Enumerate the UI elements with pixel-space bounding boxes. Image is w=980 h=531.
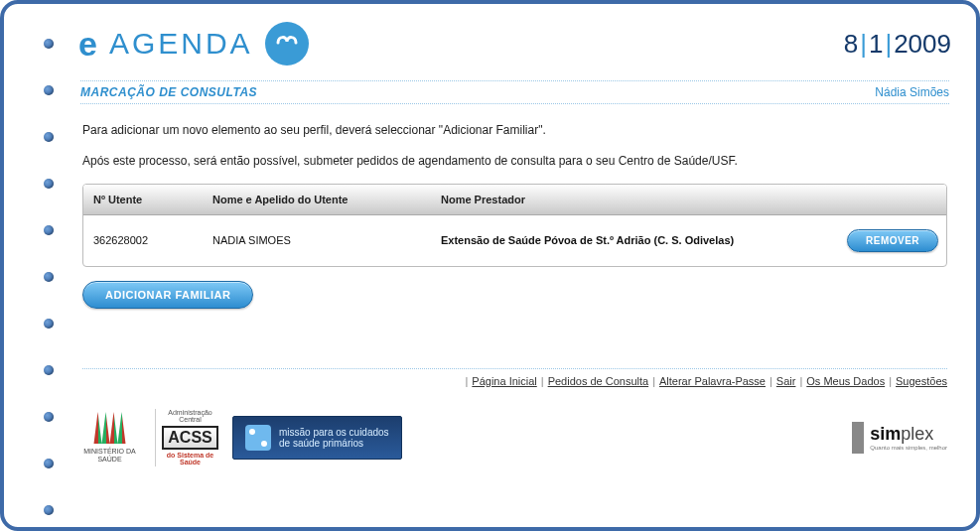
mcsp-line2: de saúde primários [279, 438, 389, 449]
cell-utente: 362628002 [83, 234, 203, 246]
binder-holes [44, 39, 54, 515]
table-header-row: Nº Utente Nome e Apelido do Utente Nome … [83, 185, 946, 215]
acss-top: Administração Central [166, 409, 214, 424]
intro-line-1: Para adicionar um novo elemento ao seu p… [82, 122, 947, 139]
nav-sair[interactable]: Sair [776, 375, 796, 387]
ministerio-icon [90, 412, 130, 444]
utentes-table: Nº Utente Nome e Apelido do Utente Nome … [82, 184, 947, 267]
logo-ministerio-saude: MINISTÉRIO DA SAÚDE [82, 412, 137, 463]
th-nome: Nome e Apelido do Utente [203, 185, 431, 214]
nav-sugestoes[interactable]: Sugestões [896, 375, 947, 387]
date-month: 1 [869, 29, 883, 59]
mcsp-line1: missão para os cuidados [279, 427, 389, 438]
add-familiar-button[interactable]: ADICIONAR FAMILIAR [82, 281, 253, 309]
date-day: 8 [844, 29, 858, 59]
simplex-word: simplex [870, 424, 933, 444]
page-header: e AGENDA 8|1|2009 [78, 22, 951, 80]
current-user-name: Nádia Simões [875, 85, 949, 99]
nav-pedidos-consulta[interactable]: Pedidos de Consulta [548, 375, 649, 387]
intro-line-2: Após este processo, será então possível,… [82, 153, 947, 170]
app-logo: e AGENDA [78, 22, 309, 66]
logo-e-mark: e [78, 25, 97, 64]
ministerio-label: MINISTÉRIO DA SAÚDE [82, 448, 137, 463]
table-row: 362628002 NADIA SIMOES Extensão de Saúde… [83, 215, 946, 266]
cell-nome: NADIA SIMOES [203, 234, 431, 246]
simplex-icon [852, 422, 864, 454]
nav-pagina-inicial[interactable]: Página Inicial [472, 375, 536, 387]
section-bar: MARCAÇÃO DE CONSULTAS Nádia Simões [80, 80, 949, 104]
footer-logos: MINISTÉRIO DA SAÚDE Administração Centra… [82, 409, 947, 466]
simplex-sub: Quanto mais simples, melhor [870, 445, 947, 451]
footer-nav: |Página Inicial |Pedidos de Consulta |Al… [82, 368, 947, 387]
logo-simplex: simplex Quanto mais simples, melhor [852, 422, 947, 454]
acss-main: ACSS [162, 426, 217, 450]
th-utente: Nº Utente [83, 185, 203, 214]
nav-alterar-palavra-passe[interactable]: Alterar Palavra-Passe [659, 375, 766, 387]
section-title: MARCAÇÃO DE CONSULTAS [80, 85, 257, 99]
logo-text: AGENDA [109, 27, 253, 61]
logo-acss: Administração Central ACSS do Sistema de… [155, 409, 214, 466]
remove-button[interactable]: REMOVER [847, 229, 938, 252]
mcsp-icon [245, 425, 271, 451]
th-actions [837, 185, 946, 214]
acss-sub: do Sistema de Saúde [166, 452, 214, 466]
logo-mcsp: missão para os cuidados de saúde primári… [232, 416, 402, 460]
nav-os-meus-dados[interactable]: Os Meus Dados [806, 375, 885, 387]
th-prestador: Nome Prestador [431, 185, 837, 214]
cell-prestador: Extensão de Saúde Póvoa de St.º Adrião (… [431, 234, 837, 246]
date-year: 2009 [894, 29, 951, 59]
current-date: 8|1|2009 [844, 29, 951, 60]
logo-heart-icon [265, 22, 309, 66]
